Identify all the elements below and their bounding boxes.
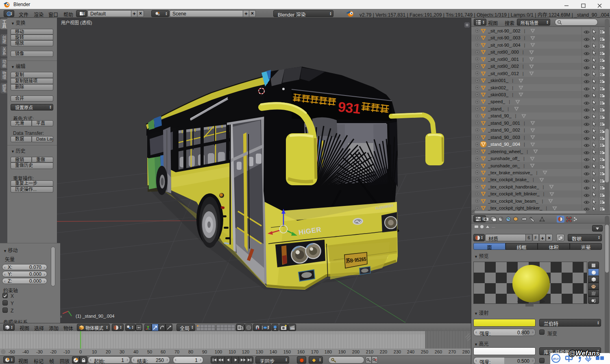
svg-text:130: 130 (256, 349, 263, 354)
svg-text:931: 931 (337, 99, 361, 117)
svg-text:用户视图 (透视): 用户视图 (透视) (61, 20, 92, 25)
svg-text:-10: -10 (63, 349, 70, 354)
svg-text:-50: -50 (9, 349, 15, 354)
svg-text:200: 200 (352, 349, 359, 354)
svg-text:0: 0 (79, 349, 82, 354)
svg-text:x: x (60, 314, 62, 318)
svg-text:230: 230 (394, 349, 401, 354)
svg-text:240: 240 (407, 349, 414, 354)
svg-text:180: 180 (325, 349, 332, 354)
svg-text:-30: -30 (36, 349, 43, 354)
svg-text:160: 160 (297, 349, 305, 354)
svg-text:100: 100 (215, 349, 222, 354)
svg-text:(1) _stand_90_.004: (1) _stand_90_.004 (76, 314, 114, 318)
svg-text:280: 280 (462, 349, 470, 354)
svg-text:150: 150 (283, 349, 291, 354)
svg-text:120: 120 (242, 349, 249, 354)
svg-text:40: 40 (133, 349, 138, 354)
svg-text:140: 140 (270, 349, 277, 354)
svg-text:30: 30 (120, 349, 124, 354)
svg-text:220: 220 (380, 349, 387, 354)
svg-text:···: ··· (492, 225, 495, 229)
svg-text:-20: -20 (50, 349, 57, 354)
svg-text:60: 60 (161, 349, 166, 354)
svg-text:250: 250 (421, 349, 428, 354)
svg-text:80: 80 (188, 349, 193, 354)
svg-text:170: 170 (311, 349, 318, 354)
svg-text:210: 210 (366, 349, 373, 354)
svg-text:-40: -40 (22, 349, 29, 354)
svg-text:260: 260 (435, 349, 442, 354)
svg-text:90: 90 (202, 349, 207, 354)
svg-text:10: 10 (92, 349, 97, 354)
svg-text:iFLY: iFLY (553, 358, 559, 360)
svg-text:270: 270 (449, 349, 456, 354)
svg-text:50: 50 (147, 349, 152, 354)
svg-text:20: 20 (106, 349, 111, 354)
svg-text:110: 110 (229, 349, 236, 354)
svg-text:190: 190 (338, 349, 346, 354)
svg-text:70: 70 (174, 349, 179, 354)
